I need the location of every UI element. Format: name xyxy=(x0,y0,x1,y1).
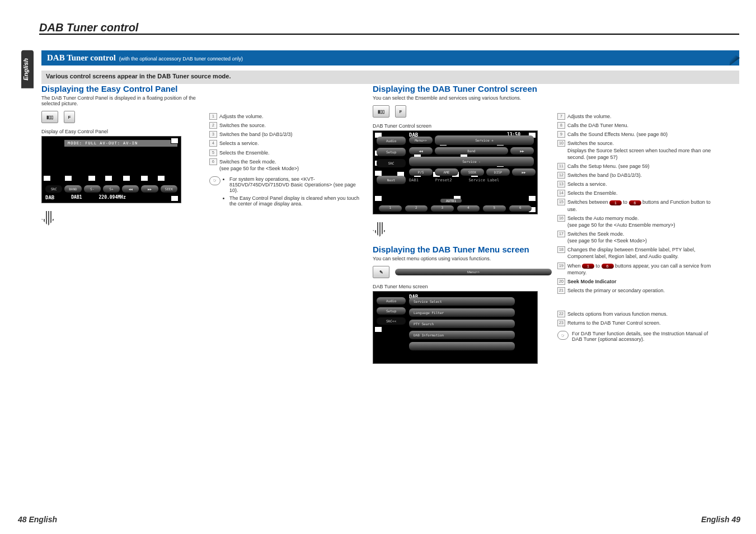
title-underline xyxy=(39,34,739,35)
device-icon-2: ▮▯▯ xyxy=(373,105,389,118)
footer-page-left: 48 English xyxy=(18,515,57,524)
preset-6: 6 xyxy=(509,205,532,212)
item-5: Selects the Ensemble. xyxy=(209,149,360,156)
note-block-col4: ☞ For DAB Tuner function details, see th… xyxy=(557,331,714,342)
btn-service-down: Service - xyxy=(409,157,534,166)
btn-ps: P/S xyxy=(409,168,433,176)
preset-3: 3 xyxy=(431,205,454,212)
item-10: Switches the source. Displays the Source… xyxy=(557,140,714,160)
item-4: Selects a service. xyxy=(209,140,360,147)
menu-item-service-select: Service Select xyxy=(409,297,515,306)
side-audio: Audio xyxy=(377,137,406,145)
btn-next2: ▶▶ xyxy=(510,147,534,154)
seek-button: SEEK xyxy=(161,185,177,193)
src-button: SRC xyxy=(45,185,62,193)
btn-band2: Band xyxy=(435,147,508,154)
dots-icon: ▮▯▯ xyxy=(46,115,53,120)
co-7d: 7 xyxy=(528,195,536,202)
dab-control-screenshot: DAB 13:50 7 7 8 9 10 11 14 12 13 13 21 1… xyxy=(373,130,538,214)
menu-item-blank xyxy=(409,342,515,350)
item-12: Switches the band (to DAB1/2/3). xyxy=(557,172,714,179)
btn-service-up: Service + xyxy=(435,135,534,145)
f-button-icon-2: F xyxy=(395,105,406,118)
list-items-1-6: Adjusts the volume. Switches the source.… xyxy=(209,113,360,172)
caption-easy-panel: Display of Easy Control Panel xyxy=(41,129,204,134)
heading-dab-menu: Displaying the DAB Tuner Menu screen xyxy=(373,245,552,254)
item-1: Adjusts the volume. xyxy=(209,113,360,120)
item-18: Changes the display between Ensemble lab… xyxy=(557,246,714,260)
item-19: When 1 to 6 buttons appear, you can call… xyxy=(557,263,714,276)
menu-side-setup: Setup xyxy=(377,307,406,315)
callout-5a: 5 xyxy=(123,175,130,181)
arrow-down-icon-2 xyxy=(373,222,386,237)
btn-ame: AME xyxy=(435,168,458,176)
band-label: DAB1 xyxy=(71,195,82,200)
item-11: Calls the Setup Menu. (see page 59) xyxy=(557,163,714,170)
callout-4a: 4 xyxy=(88,175,96,181)
menu-item-dab-info: DAB Information xyxy=(409,331,515,339)
next-button: ▶▶ xyxy=(141,185,158,193)
note-col4-text: For DAB Tuner function details, see the … xyxy=(572,331,714,342)
item-3: Switches the band (to DAB1/2/3) xyxy=(209,131,360,138)
list-items-22-23: Selects options from various function me… xyxy=(557,311,714,326)
screen-top-line: MODE: FULL AV-OUT: AV-IN xyxy=(64,140,177,147)
desc-dab-control: You can select the Ensemble and services… xyxy=(373,95,552,101)
heading-easy-panel: Displaying the Easy Control Panel xyxy=(41,84,204,93)
callout-2: 2 xyxy=(43,175,51,181)
pencil-icon: ✎ xyxy=(373,266,389,278)
item-15: Switches between 1 to 6 buttons and Func… xyxy=(557,199,714,212)
dab-menu-screenshot: DAB 22 23 Audio Setup SRC<< Service Sele… xyxy=(373,291,538,364)
menu-item-pty-search: PTY Search xyxy=(409,320,515,328)
callout-1: 1 xyxy=(171,138,179,144)
caption-dab-menu: DAB Tuner Menu screen xyxy=(373,284,552,289)
item-20: Seek Mode Indicator xyxy=(557,278,714,285)
col-dab-control: Displaying the DAB Tuner Control screen … xyxy=(373,84,552,507)
note-icon-2: ☞ xyxy=(557,331,569,340)
col-easy-panel: Displaying the Easy Control Panel The DA… xyxy=(41,84,204,507)
btn-menu: Menu>> xyxy=(409,137,433,144)
item-14: Selects the Ensemble. xyxy=(557,190,714,196)
arrow-down-icon xyxy=(41,211,55,226)
col-easy-items: Adjusts the volume. Switches the source.… xyxy=(209,84,360,507)
caption-dab-control: DAB Tuner Control screen xyxy=(373,123,552,129)
menu-side-audio: Audio xyxy=(377,297,406,305)
desc-easy-panel: The DAB Tuner Control Panel is displayed… xyxy=(41,95,204,106)
dab-line-c: Service Label xyxy=(468,178,499,182)
item-13: Selects a service. xyxy=(557,181,714,188)
section-banner: DAB Tuner control (with the optional acc… xyxy=(41,50,739,65)
note-icon: ☞ xyxy=(209,176,220,185)
item-8: Calls the DAB Tuner Menu. xyxy=(557,122,714,129)
btn-seek2: SEEK xyxy=(461,168,484,176)
desc-dab-menu: You can select menu options using variou… xyxy=(373,256,552,261)
btn-prev2: ◀◀ xyxy=(409,147,433,154)
item-6: Switches the Seek mode. (see page 50 for… xyxy=(209,158,360,172)
note-1: For system key operations, see <KVT-815D… xyxy=(229,176,360,193)
btn-disp: DISP xyxy=(486,168,510,176)
freq-readout: 220.094MHz xyxy=(99,195,126,200)
band-button: BAND xyxy=(64,185,81,193)
item-21: Selects the primary or secondary operati… xyxy=(557,287,714,294)
language-tab: English xyxy=(21,50,34,88)
intro-bar: Various control screens appear in the DA… xyxy=(41,71,739,84)
col-dab-items: Adjusts the volume. Calls the DAB Tuner … xyxy=(557,84,714,507)
src-label: DAB xyxy=(45,195,54,200)
menu-item-lang-filter: Language Filter xyxy=(409,308,515,317)
item-2: Switches the source. xyxy=(209,122,360,129)
device-icon: ▮▯▯ xyxy=(41,111,58,123)
banner-title: DAB Tuner control xyxy=(47,53,116,63)
callout-6: 6 xyxy=(157,175,165,181)
prev-button: ◀◀ xyxy=(122,185,139,193)
side-next: Next xyxy=(377,176,406,184)
preset-5: 5 xyxy=(483,205,506,212)
easy-control-panel-screenshot: MODE: FULL AV-OUT: AV-IN 1 2 3 4 4 5 5 6… xyxy=(41,136,181,203)
dab-line-b: Preset2 xyxy=(435,178,452,182)
footer-page-right: English 49 xyxy=(701,515,740,524)
note-block-col2: ☞ For system key operations, see <KVT-81… xyxy=(209,176,360,209)
side-src: SRC xyxy=(377,159,406,167)
item-22: Selects options from various function me… xyxy=(557,311,714,317)
preset-1: 1 xyxy=(379,205,402,212)
side-setup: Setup xyxy=(377,148,406,156)
btn-more: ▶▶ xyxy=(512,168,536,176)
callout-3: 3 xyxy=(64,175,72,181)
banner-arrow-icon xyxy=(730,50,740,65)
